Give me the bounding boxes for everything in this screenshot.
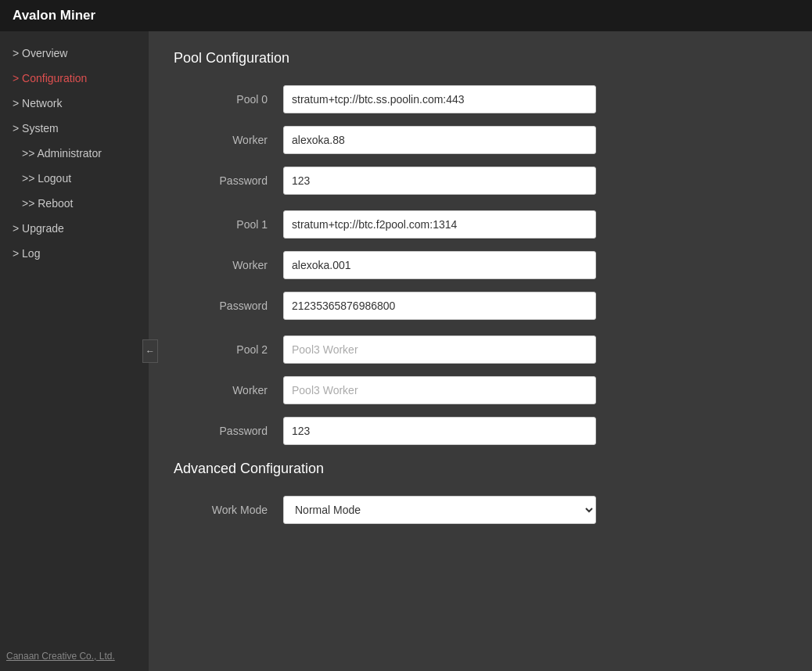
password2-row: Password (174, 417, 787, 445)
worker1-row: Worker (174, 251, 787, 279)
password0-input[interactable] (283, 167, 596, 195)
app-header: Avalon Miner (0, 0, 812, 31)
work-mode-row: Work Mode Normal Mode Eco Mode Turbo Mod… (174, 496, 787, 524)
pool0-input[interactable] (283, 85, 596, 113)
work-mode-select[interactable]: Normal Mode Eco Mode Turbo Mode (283, 496, 596, 524)
worker1-input[interactable] (283, 251, 596, 279)
worker0-label: Worker (174, 134, 268, 146)
password1-input[interactable] (283, 292, 596, 320)
sidebar-item-system[interactable]: > System (0, 116, 149, 141)
sidebar-item-log[interactable]: > Log (0, 241, 149, 266)
pool-group-2: Pool 2 Worker Password (174, 336, 787, 445)
collapse-icon: ← (146, 346, 155, 357)
pool1-label: Pool 1 (174, 218, 268, 231)
main-content: Pool Configuration Pool 0 Worker Passwor… (149, 31, 812, 671)
sidebar-item-reboot[interactable]: >> Reboot (0, 191, 149, 216)
password1-label: Password (174, 300, 268, 312)
sidebar-item-logout[interactable]: >> Logout (0, 166, 149, 191)
password1-row: Password (174, 292, 787, 320)
pool-group-0: Pool 0 Worker Password (174, 85, 787, 195)
pool-group-1: Pool 1 Worker Password (174, 210, 787, 320)
sidebar-item-network[interactable]: > Network (0, 91, 149, 116)
sidebar-footer-link[interactable]: Canaan Creative Co., Ltd. (6, 651, 115, 662)
worker1-label: Worker (174, 259, 268, 271)
pool1-input[interactable] (283, 210, 596, 239)
password0-row: Password (174, 167, 787, 195)
worker2-row: Worker (174, 376, 787, 404)
sidebar-item-overview[interactable]: > Overview (0, 41, 149, 66)
pool1-row: Pool 1 (174, 210, 787, 239)
worker0-row: Worker (174, 126, 787, 154)
pool-config-title: Pool Configuration (174, 50, 787, 66)
pool2-input[interactable] (283, 336, 596, 364)
sidebar-collapse-button[interactable]: ← (142, 339, 158, 363)
sidebar-item-configuration[interactable]: > Configuration (0, 66, 149, 91)
pool0-row: Pool 0 (174, 85, 787, 113)
worker2-input[interactable] (283, 376, 596, 404)
password2-label: Password (174, 425, 268, 437)
work-mode-label: Work Mode (174, 504, 268, 516)
sidebar-item-administrator[interactable]: >> Administrator (0, 141, 149, 166)
password2-input[interactable] (283, 417, 596, 445)
sidebar-item-upgrade[interactable]: > Upgrade (0, 216, 149, 241)
worker2-label: Worker (174, 384, 268, 396)
worker0-input[interactable] (283, 126, 596, 154)
pool2-label: Pool 2 (174, 343, 268, 356)
pool0-label: Pool 0 (174, 93, 268, 106)
advanced-config-title: Advanced Configuration (174, 461, 787, 477)
password0-label: Password (174, 174, 268, 187)
pool2-row: Pool 2 (174, 336, 787, 364)
app-title: Avalon Miner (13, 8, 95, 23)
sidebar: > Overview > Configuration > Network > S… (0, 31, 149, 671)
